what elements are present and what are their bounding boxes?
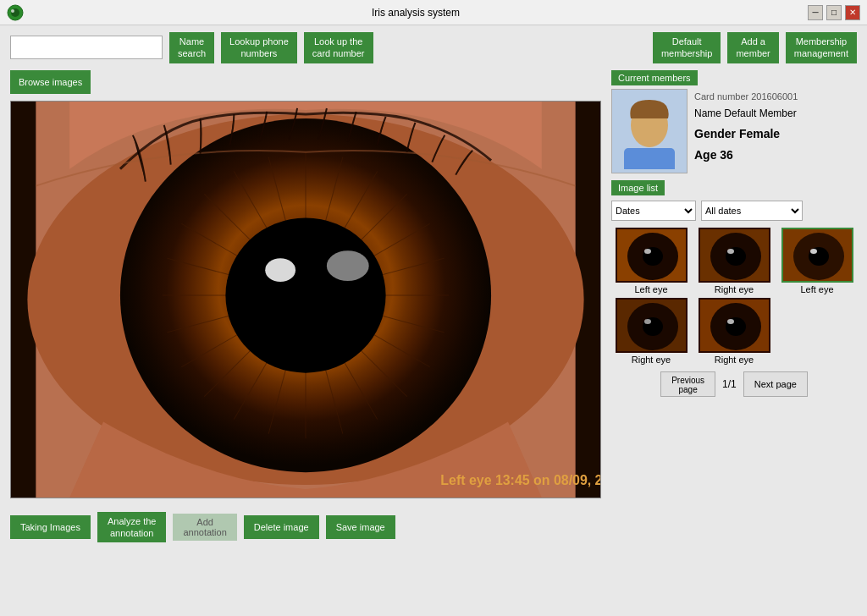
member-gender: Gender Female: [694, 124, 857, 145]
member-details: Card number 201606001 Name Default Membe…: [694, 89, 857, 167]
svg-point-2: [11, 9, 14, 13]
members-section: Current members: [611, 70, 857, 173]
image-list-section: Image list Dates All dates: [611, 180, 857, 609]
left-panel: Browse images: [10, 70, 601, 609]
analyze-annotation-button[interactable]: Analyze the annotation: [97, 512, 166, 543]
svg-point-55: [727, 319, 734, 324]
default-membership-button[interactable]: Default membership: [653, 32, 721, 63]
member-info: Card number 201606001 Name Default Membe…: [611, 89, 857, 173]
thumbnail-4[interactable]: Right eye: [611, 298, 691, 365]
thumb-image-2: [699, 228, 770, 283]
thumb-label-5: Right eye: [715, 355, 754, 365]
right-toolbar: Default membership Add a member Membersh…: [653, 32, 857, 63]
svg-text:Left eye 13:45 on 08/09, 2016: Left eye 13:45 on 08/09, 2016: [440, 473, 600, 487]
svg-point-31: [265, 258, 295, 282]
dates-filter[interactable]: Dates: [611, 201, 696, 221]
page-display: 1/1: [722, 378, 737, 390]
delete-image-button[interactable]: Delete image: [244, 515, 319, 539]
svg-rect-34: [624, 148, 675, 169]
thumb-image-3: [781, 228, 853, 283]
svg-point-47: [810, 249, 817, 254]
lookup-phone-button[interactable]: Lookup phone numbers: [221, 32, 297, 63]
name-search-button[interactable]: Name search: [169, 32, 214, 63]
main-container: Name search Lookup phone numbers Look up…: [0, 25, 867, 616]
toolbar: Name search Lookup phone numbers Look up…: [0, 25, 867, 70]
eye-image: Left eye 13:45 on 08/09, 2016: [11, 102, 600, 498]
svg-point-43: [727, 249, 734, 254]
window-controls[interactable]: ─ □ ✕: [808, 5, 860, 20]
member-age: Age 36: [694, 145, 857, 166]
members-section-label: Current members: [611, 70, 698, 85]
svg-point-39: [644, 249, 651, 254]
search-input[interactable]: [10, 36, 163, 59]
thumb-image-5: [699, 298, 770, 353]
thumbnail-3[interactable]: Left eye: [777, 228, 857, 294]
app-icon: [7, 4, 24, 21]
lookup-card-button[interactable]: Look up the card number: [304, 32, 373, 63]
next-page-button[interactable]: Next page: [743, 371, 808, 397]
action-buttons: Taking Images Analyze the annotation Add…: [10, 505, 601, 543]
thumbnail-1[interactable]: Left eye: [611, 228, 691, 294]
thumbnails-row-2: Right eye Right eye: [611, 298, 857, 365]
all-dates-filter[interactable]: All dates: [701, 201, 803, 221]
pagination: Previous page 1/1 Next page: [611, 371, 857, 397]
svg-point-51: [644, 319, 651, 324]
thumbnail-2[interactable]: Right eye: [694, 228, 774, 294]
add-member-button[interactable]: Add a member: [727, 32, 778, 63]
save-image-button[interactable]: Save image: [326, 515, 395, 539]
previous-page-button[interactable]: Previous page: [660, 371, 715, 397]
thumb-image-4: [616, 298, 688, 353]
thumbnail-5[interactable]: Right eye: [694, 298, 774, 365]
image-list-label: Image list: [611, 180, 665, 195]
thumb-label-3: Left eye: [800, 284, 833, 294]
member-avatar: [611, 89, 688, 173]
minimize-button[interactable]: ─: [808, 5, 823, 20]
content-area: Browse images: [0, 70, 867, 616]
member-name: Name Default Member: [694, 105, 857, 124]
window-title: Iris analysis system: [24, 7, 808, 19]
avatar-svg: [616, 93, 683, 169]
card-number: Card number 201606001: [694, 89, 857, 106]
browse-images-button[interactable]: Browse images: [10, 70, 91, 94]
svg-point-30: [225, 217, 385, 372]
filter-row: Dates All dates: [611, 201, 857, 221]
maximize-button[interactable]: □: [826, 5, 842, 20]
taking-images-button[interactable]: Taking Images: [10, 515, 91, 539]
thumb-image-1: [616, 228, 688, 283]
add-annotation-button[interactable]: Add annotation: [173, 514, 236, 541]
eye-image-container: Left eye 13:45 on 08/09, 2016: [10, 101, 601, 498]
thumb-label-1: Left eye: [634, 284, 667, 294]
svg-point-32: [327, 250, 369, 281]
close-button[interactable]: ✕: [845, 5, 860, 20]
title-bar: Iris analysis system ─ □ ✕: [0, 0, 867, 25]
membership-management-button[interactable]: Membership management: [786, 32, 857, 63]
thumb-label-4: Right eye: [632, 355, 671, 365]
thumbnails-row-1: Left eye Right eye: [611, 228, 857, 294]
thumbnail-empty: [777, 298, 857, 365]
thumb-label-2: Right eye: [715, 284, 754, 294]
right-panel: Current members: [611, 70, 857, 609]
